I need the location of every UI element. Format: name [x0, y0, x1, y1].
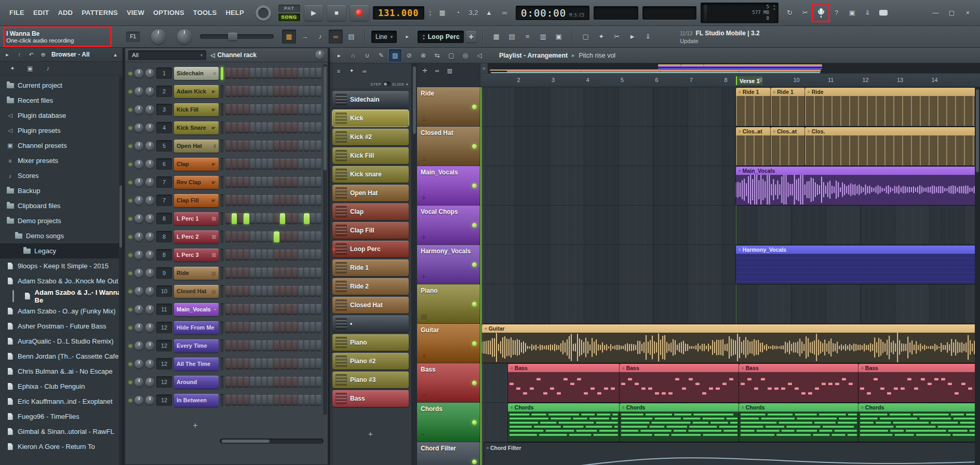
step-cell-3[interactable]	[237, 86, 243, 97]
channel-mute-led[interactable]	[128, 253, 132, 257]
step-cell-12[interactable]	[292, 141, 298, 152]
step-cell-5[interactable]	[250, 268, 256, 279]
channel-select-led[interactable]	[221, 339, 223, 352]
step-grid-icon[interactable]: ▦	[282, 30, 296, 44]
step-cell-3[interactable]	[237, 268, 243, 279]
channel-mute-led[interactable]	[128, 89, 132, 93]
step-cell-7[interactable]	[262, 86, 267, 97]
find-patterns-icon[interactable]: ✦	[346, 66, 357, 76]
step-cell-1[interactable]	[225, 159, 231, 170]
channel-number[interactable]: 11	[156, 304, 172, 315]
record-button[interactable]	[350, 5, 369, 21]
step-cell-7[interactable]	[262, 231, 267, 242]
step-cell-11[interactable]	[286, 122, 291, 133]
step-cell-11[interactable]	[286, 359, 291, 370]
track-led[interactable]	[472, 459, 477, 464]
channel-pan-knob[interactable]	[135, 142, 143, 151]
step-cell-5[interactable]	[250, 250, 256, 261]
mute-tool-icon[interactable]: ⊗	[417, 49, 429, 62]
step-cell-14[interactable]	[304, 322, 310, 333]
step-cell-11[interactable]	[286, 322, 291, 333]
pattern-kick-snare[interactable]: Kick snare	[332, 166, 409, 183]
step-cell-13[interactable]	[298, 68, 304, 79]
add-pattern-button[interactable]: +	[466, 31, 476, 43]
browser-item-ephixa-club-penguin[interactable]: Ephixa - Club Penguin	[0, 379, 123, 394]
step-cell-12[interactable]	[292, 304, 298, 315]
pattern-open-hat[interactable]: Open Hat	[332, 185, 409, 201]
channel-number[interactable]: 5	[156, 140, 172, 152]
master-volume-knob[interactable]	[151, 30, 166, 44]
step-cell-3[interactable]	[237, 322, 243, 333]
channel-number[interactable]: 2	[156, 86, 172, 97]
step-cell-13[interactable]	[298, 122, 304, 133]
play-button[interactable]: ▶	[304, 5, 323, 21]
step-cell-3[interactable]	[237, 68, 243, 79]
track-led[interactable]	[472, 302, 477, 306]
step-cell-8[interactable]	[267, 68, 273, 79]
step-cell-12[interactable]	[292, 159, 298, 170]
channel-button-clap-fill[interactable]: Clap Fill☛	[174, 194, 219, 207]
step-cell-8[interactable]	[267, 231, 273, 242]
channel-select-led[interactable]	[221, 140, 223, 153]
step-cell-16[interactable]	[316, 122, 321, 133]
channel-volume-knob[interactable]	[145, 378, 154, 387]
mixer-view-icon[interactable]: ▥	[536, 30, 550, 44]
menu-view[interactable]: VIEW	[123, 6, 149, 19]
step-cell-6[interactable]	[256, 322, 261, 333]
metronome-icon[interactable]: ▲	[482, 6, 496, 20]
step-cell-7[interactable]	[262, 177, 267, 188]
paint-tool-icon[interactable]: ▨	[389, 49, 401, 62]
step-cell-13[interactable]	[298, 104, 304, 115]
step-cell-13[interactable]	[298, 141, 304, 152]
track-led[interactable]	[472, 223, 477, 227]
step-cell-4[interactable]	[244, 322, 249, 333]
step-cell-8[interactable]	[267, 322, 273, 333]
step-cell-7[interactable]	[262, 268, 267, 279]
step-cell-8[interactable]	[267, 159, 273, 170]
step-slide-switch[interactable]	[383, 82, 391, 86]
step-cell-1[interactable]	[225, 104, 231, 115]
step-cell-14[interactable]	[304, 268, 310, 279]
step-cell-6[interactable]	[256, 359, 261, 370]
browser-item-mixer-presets[interactable]: ≡Mixer presets	[0, 153, 123, 168]
step-cell-9[interactable]	[274, 286, 279, 297]
step-cell-14[interactable]	[304, 177, 310, 188]
channel-mute-led[interactable]	[128, 180, 132, 184]
browser-item-current-project[interactable]: Current project	[0, 78, 123, 93]
audition-icon[interactable]: ∩	[347, 49, 359, 62]
track-led[interactable]	[472, 144, 477, 148]
clip-chords[interactable]: ≡Chords	[620, 403, 739, 442]
step-cell-7[interactable]	[262, 159, 267, 170]
step-cell-14[interactable]	[304, 104, 310, 115]
countdown-icon[interactable]: 3,2	[466, 6, 480, 20]
step-cell-11[interactable]	[286, 213, 291, 224]
snap-magnet-icon[interactable]: ∪	[361, 49, 373, 62]
channel-button-clap[interactable]: Clap☛	[174, 158, 219, 171]
step-cell-7[interactable]	[262, 286, 267, 297]
hint-wheel-icon[interactable]	[256, 5, 271, 21]
channel-button-adam-kick[interactable]: Adam Kick☛	[174, 85, 219, 98]
step-cell-13[interactable]	[298, 377, 304, 388]
channel-volume-knob[interactable]	[145, 305, 154, 314]
content-files-icon[interactable]: ▣	[25, 63, 35, 74]
channel-pan-knob[interactable]	[135, 178, 143, 187]
step-cell-12[interactable]	[292, 177, 298, 188]
step-cell-16[interactable]	[316, 159, 321, 170]
channel-select-led[interactable]	[221, 103, 223, 116]
channel-volume-knob[interactable]	[145, 214, 154, 223]
step-cell-2[interactable]	[232, 286, 237, 297]
step-cell-5[interactable]	[250, 322, 256, 333]
step-cell-2[interactable]	[232, 377, 237, 388]
step-cell-10[interactable]	[280, 340, 286, 351]
step-cell-9[interactable]	[274, 195, 279, 206]
step-cell-6[interactable]	[256, 86, 261, 97]
pattern-kick-2[interactable]: Kick #2	[332, 129, 409, 145]
channel-volume-knob[interactable]	[145, 341, 154, 350]
step-cell-10[interactable]	[280, 322, 286, 333]
step-cell-15[interactable]	[310, 68, 316, 79]
step-cell-13[interactable]	[298, 395, 304, 406]
step-cell-7[interactable]	[262, 340, 267, 351]
step-cell-15[interactable]	[310, 286, 316, 297]
pattern-kick[interactable]: Kick	[332, 110, 409, 127]
save-icon[interactable]: ▣	[845, 6, 859, 20]
